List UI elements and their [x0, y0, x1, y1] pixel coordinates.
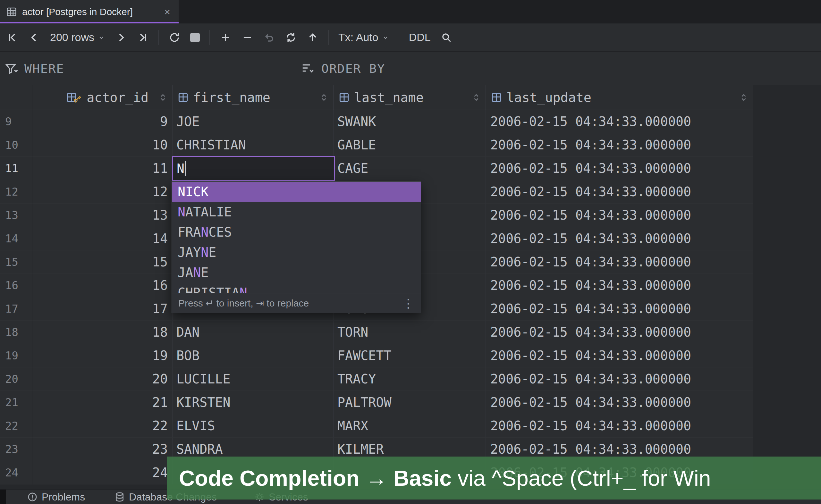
last-update-cell[interactable]: 2006-02-15 04:34:33.000000 — [486, 297, 753, 321]
actor-id-cell[interactable]: 17 — [32, 297, 173, 321]
row-number-cell[interactable]: 23 — [0, 438, 32, 461]
actor-id-cell[interactable]: 9 — [32, 110, 173, 133]
where-filter-field[interactable]: WHERE — [4, 52, 64, 85]
sort-arrows-icon[interactable] — [158, 93, 168, 102]
first-name-cell[interactable]: BOB — [173, 344, 334, 367]
search-button[interactable] — [440, 31, 453, 44]
last-name-cell[interactable]: GABLE — [334, 133, 486, 157]
actor-id-cell[interactable]: 19 — [32, 344, 173, 367]
actor-id-cell[interactable]: 12 — [32, 180, 173, 204]
last-name-cell[interactable]: TORN — [334, 321, 486, 344]
first-name-cell[interactable]: JOE — [173, 110, 334, 133]
completion-item[interactable]: JAYNE — [172, 242, 421, 263]
stop-button[interactable] — [190, 33, 200, 42]
last-name-cell[interactable]: CAGE — [334, 157, 486, 180]
row-number-cell[interactable]: 11 — [0, 157, 32, 180]
row-number-cell[interactable]: 15 — [0, 250, 32, 274]
cell-editor-input[interactable]: N — [172, 156, 335, 181]
sort-arrows-icon[interactable] — [471, 93, 481, 102]
row-number-cell[interactable]: 18 — [0, 321, 32, 344]
completion-item[interactable]: FRANCES — [172, 222, 421, 242]
order-by-field[interactable]: ORDER BY — [301, 52, 385, 85]
last-update-cell[interactable]: 2006-02-15 04:34:33.000000 — [486, 344, 753, 367]
row-number-cell[interactable]: 14 — [0, 227, 32, 250]
reload-data-button[interactable] — [168, 31, 181, 44]
last-update-cell[interactable]: 2006-02-15 04:34:33.000000 — [486, 227, 753, 250]
sort-arrows-icon[interactable] — [739, 93, 749, 102]
revert-changes-button[interactable] — [285, 31, 297, 44]
actor-id-cell[interactable]: 11 — [32, 157, 173, 180]
actor-id-cell[interactable]: 21 — [32, 391, 173, 414]
tx-mode-select[interactable]: Tx: Auto — [338, 31, 389, 44]
last-update-cell[interactable]: 2006-02-15 04:34:33.000000 — [486, 274, 753, 297]
row-number-cell[interactable]: 9 — [0, 110, 32, 133]
column-header-last-name[interactable]: last_name — [334, 85, 486, 110]
last-update-cell[interactable]: 2006-02-15 04:34:33.000000 — [486, 133, 753, 157]
sort-arrows-icon[interactable] — [319, 93, 329, 102]
last-update-cell[interactable]: 2006-02-15 04:34:33.000000 — [486, 321, 753, 344]
last-name-cell[interactable]: SWANK — [334, 110, 486, 133]
go-last-page-button[interactable] — [137, 31, 149, 44]
first-name-cell[interactable]: ELVIS — [173, 414, 334, 438]
actor-id-cell[interactable]: 14 — [32, 227, 173, 250]
row-number-cell[interactable]: 22 — [0, 414, 32, 438]
actor-id-cell[interactable]: 22 — [32, 414, 173, 438]
first-name-cell[interactable]: CHRISTIAN — [173, 133, 334, 157]
last-name-cell[interactable]: FAWCETT — [334, 344, 486, 367]
go-next-page-button[interactable] — [115, 31, 127, 44]
actor-id-cell[interactable]: 24 — [32, 461, 173, 484]
last-name-cell[interactable]: PALTROW — [334, 391, 486, 414]
submit-changes-button[interactable] — [307, 31, 319, 44]
actor-id-cell[interactable]: 16 — [32, 274, 173, 297]
toolwindow-problems[interactable]: Problems — [27, 490, 85, 504]
last-update-cell[interactable]: 2006-02-15 04:34:33.000000 — [486, 157, 753, 180]
column-header-actor-id[interactable]: actor_id — [32, 85, 173, 110]
kebab-menu-icon[interactable]: ⋮ — [402, 296, 414, 310]
last-update-cell[interactable]: 2006-02-15 04:34:33.000000 — [486, 180, 753, 204]
row-number-cell[interactable]: 20 — [0, 367, 32, 391]
last-update-cell[interactable]: 2006-02-15 04:34:33.000000 — [486, 414, 753, 438]
row-number-cell[interactable]: 19 — [0, 344, 32, 367]
delete-row-button[interactable] — [241, 31, 253, 44]
actor-id-cell[interactable]: 20 — [32, 367, 173, 391]
last-update-cell[interactable]: 2006-02-15 04:34:33.000000 — [486, 204, 753, 227]
first-name-cell[interactable]: KIRSTEN — [173, 391, 334, 414]
tab-actor-table[interactable]: actor [Postgres in Docker] × — [0, 0, 179, 23]
first-name-cell[interactable]: DAN — [173, 321, 334, 344]
grid-right-gutter — [753, 85, 821, 489]
row-number-cell[interactable]: 12 — [0, 180, 32, 204]
close-icon[interactable]: × — [163, 7, 172, 17]
first-name-cell[interactable]: LUCILLE — [173, 367, 334, 391]
page-size-select[interactable]: 200 rows — [50, 31, 105, 44]
last-update-cell[interactable]: 2006-02-15 04:34:33.000000 — [486, 391, 753, 414]
go-first-page-button[interactable] — [6, 31, 19, 44]
editor-tab-bar: actor [Postgres in Docker] × — [0, 0, 821, 23]
column-name: first_name — [193, 90, 270, 105]
completion-item[interactable]: JANE — [172, 263, 421, 283]
last-update-cell[interactable]: 2006-02-15 04:34:33.000000 — [486, 110, 753, 133]
column-header-last-update[interactable]: last_update — [486, 85, 753, 110]
actor-id-cell[interactable]: 23 — [32, 438, 173, 461]
row-number-cell[interactable]: 21 — [0, 391, 32, 414]
row-number-cell[interactable]: 24 — [0, 461, 32, 484]
actor-id-cell[interactable]: 10 — [32, 133, 173, 157]
completion-item[interactable]: CHRISTIAN — [172, 283, 421, 293]
row-number-cell[interactable]: 16 — [0, 274, 32, 297]
last-update-cell[interactable]: 2006-02-15 04:34:33.000000 — [486, 250, 753, 274]
completion-item[interactable]: NICK — [172, 182, 421, 202]
completion-item[interactable]: NATALIE — [172, 202, 421, 222]
actor-id-cell[interactable]: 18 — [32, 321, 173, 344]
actor-id-cell[interactable]: 15 — [32, 250, 173, 274]
last-name-cell[interactable]: MARX — [334, 414, 486, 438]
row-number-cell[interactable]: 17 — [0, 297, 32, 321]
column-header-first-name[interactable]: first_name — [173, 85, 334, 110]
actor-id-cell[interactable]: 13 — [32, 204, 173, 227]
add-row-button[interactable] — [219, 31, 232, 44]
last-update-cell[interactable]: 2006-02-15 04:34:33.000000 — [486, 367, 753, 391]
ddl-button[interactable]: DDL — [409, 31, 431, 44]
row-number-cell[interactable]: 13 — [0, 204, 32, 227]
undo-button[interactable] — [263, 31, 275, 44]
row-number-cell[interactable]: 10 — [0, 133, 32, 157]
go-previous-page-button[interactable] — [28, 31, 40, 44]
last-name-cell[interactable]: TRACY — [334, 367, 486, 391]
